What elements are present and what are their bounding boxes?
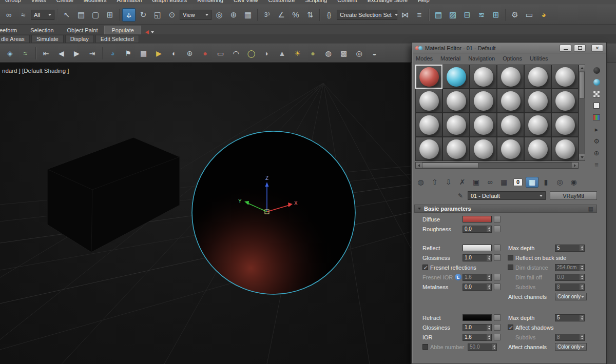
scroll-right-icon[interactable] <box>572 163 578 168</box>
refract-glossiness-map-button[interactable] <box>494 324 500 331</box>
angle-snap-icon[interactable]: ∠ <box>275 8 288 22</box>
menubar-item[interactable]: Views <box>26 0 51 5</box>
grid-helper-icon[interactable]: ▦ <box>137 47 150 60</box>
material-sample-slot[interactable] <box>497 89 524 113</box>
fresnel-ior-lock-button[interactable]: L <box>455 274 461 280</box>
material-sample-slot[interactable] <box>470 137 497 161</box>
material-sample-slot[interactable] <box>497 65 524 89</box>
reflect-glossiness-map-button[interactable] <box>494 254 500 261</box>
subdivs-reflect-spinner[interactable]: 8 <box>555 284 585 291</box>
ribbon-minimize-control[interactable] <box>141 30 158 34</box>
reflect-on-back-side-checkbox[interactable] <box>508 255 513 260</box>
roughness-map-button[interactable] <box>494 226 500 232</box>
select-by-material-icon[interactable]: ⊕ <box>591 149 602 157</box>
material-sample-slot[interactable] <box>470 113 497 137</box>
snaps-toggle-icon[interactable]: 3³ <box>260 8 274 22</box>
select-object-icon[interactable]: ↖ <box>60 8 73 22</box>
ies-light-icon[interactable]: ● <box>306 47 320 60</box>
percent-snap-icon[interactable]: % <box>289 8 302 22</box>
fresnel-ior-spinner[interactable]: 1.6 <box>463 274 492 281</box>
viewport-shading-label[interactable]: ndard ] [Default Shading ] <box>2 68 69 74</box>
align-icon[interactable]: ≡ <box>413 8 426 22</box>
reflect-color-swatch[interactable] <box>463 245 492 251</box>
reset-material-icon[interactable]: ✗ <box>456 177 469 188</box>
menubar-item[interactable]: Scripting <box>300 0 332 5</box>
spinner-arrows[interactable] <box>492 344 496 350</box>
target-helper-icon[interactable]: ◎ <box>352 47 366 60</box>
ribbon-panel-button[interactable]: dle Areas <box>0 35 30 43</box>
scroll-left-icon[interactable] <box>416 163 422 168</box>
metalness-spinner[interactable]: 0.0 <box>463 284 492 291</box>
diffuse-color-swatch[interactable] <box>463 216 492 223</box>
material-sample-slot[interactable] <box>524 137 551 161</box>
perspective-viewport[interactable]: ndard ] [Default Shading ] <box>0 63 411 364</box>
minimize-button[interactable] <box>560 45 571 52</box>
key-next-icon[interactable]: ▶ <box>70 47 84 60</box>
spinner-arrows[interactable] <box>580 315 584 321</box>
material-map-navigator-icon[interactable]: ≡ <box>591 160 602 169</box>
ribbon-tab[interactable]: Object Paint <box>61 26 105 34</box>
menubar-item[interactable]: Help <box>413 0 435 5</box>
pick-material-eyedropper-icon[interactable]: ✎ <box>456 192 465 200</box>
close-button[interactable]: ✕ <box>591 45 603 52</box>
diffuse-map-button[interactable] <box>494 216 500 223</box>
make-copy-icon[interactable]: ▣ <box>470 177 483 188</box>
flag-icon[interactable]: ⚑ <box>121 47 135 60</box>
select-and-link-icon[interactable]: ∞ <box>2 8 15 22</box>
assign-to-selection-icon[interactable]: ⇩ <box>442 177 455 188</box>
named-selection-set-combo[interactable]: Create Selection Set <box>337 10 397 20</box>
material-type-button[interactable]: VRayMtl <box>550 191 597 200</box>
checker-map-icon[interactable]: ▩ <box>337 47 351 60</box>
spinner-arrows[interactable] <box>487 334 491 340</box>
affect-channels-reflect-dropdown[interactable]: Color only <box>555 293 587 300</box>
spinner-arrows[interactable] <box>580 274 584 280</box>
key-first-icon[interactable]: ⇤ <box>39 47 53 60</box>
refract-color-swatch[interactable] <box>463 314 492 321</box>
spinner-arrows[interactable] <box>487 325 491 331</box>
material-sample-slot[interactable] <box>415 113 442 137</box>
menubar-item[interactable]: Create <box>51 0 79 5</box>
render-production-icon[interactable]: ◕ <box>537 8 550 22</box>
fresnel-reflections-checkbox[interactable]: ✓ <box>422 265 428 270</box>
basic-parameters-rollout-header[interactable]: Basic parameters ▦ <box>414 205 597 213</box>
material-sample-slot[interactable] <box>470 89 497 113</box>
abbe-number-spinner[interactable]: 50.0 <box>468 343 497 351</box>
window-crossing-toggle-icon[interactable]: ⊞ <box>103 8 117 22</box>
menubar-item[interactable]: Animation <box>111 0 147 5</box>
menubar-item[interactable]: Civil View <box>228 0 263 5</box>
ribbon-tab[interactable]: Populate <box>104 26 141 34</box>
sample-type-icon[interactable] <box>591 66 602 74</box>
material-sample-slot[interactable] <box>415 89 442 113</box>
selection-filter-dropdown[interactable]: All <box>31 10 54 20</box>
reflect-map-button[interactable] <box>494 245 500 251</box>
bind-to-space-warp-icon[interactable]: ≈ <box>16 8 30 22</box>
rendered-frame-icon[interactable]: ▭ <box>523 8 536 22</box>
generate-preview-icon[interactable]: ▸ <box>591 125 602 133</box>
material-sample-slot[interactable] <box>415 65 442 89</box>
scroll-down-icon[interactable] <box>579 154 585 160</box>
keyboard-override-icon[interactable]: ▦ <box>241 8 255 22</box>
abbe-number-checkbox[interactable] <box>422 344 428 350</box>
select-and-rotate-icon[interactable]: ↻ <box>137 8 150 22</box>
spinner-arrows[interactable] <box>487 284 491 290</box>
dim-falloff-spinner[interactable]: 0.0 <box>555 274 585 281</box>
contrast-sphere-icon[interactable]: ◐ <box>167 47 181 60</box>
spinner-arrows[interactable] <box>580 334 584 340</box>
ribbon-toggle-icon[interactable]: ▨ <box>446 8 459 22</box>
material-sample-slot[interactable] <box>524 113 551 137</box>
video-color-check-icon[interactable] <box>591 113 602 122</box>
select-and-manipulate-icon[interactable]: ⊕ <box>227 8 240 22</box>
slots-horizontal-scrollbar[interactable] <box>415 162 579 169</box>
reference-coordinate-dropdown[interactable]: View <box>180 10 211 20</box>
refract-map-button[interactable] <box>494 314 500 321</box>
sample-uv-tiling-icon[interactable] <box>591 102 602 110</box>
select-and-place-icon[interactable]: ⊙ <box>165 8 179 22</box>
menubar-item[interactable]: Exchange Store <box>362 0 413 5</box>
freeform-tool-icon[interactable]: ◈ <box>3 47 17 60</box>
maximize-button[interactable] <box>574 45 586 52</box>
sun-light-icon[interactable]: ☀ <box>291 47 304 60</box>
scrollbar-thumb[interactable] <box>422 163 478 168</box>
material-sample-slot[interactable] <box>524 65 551 89</box>
menubar-item[interactable]: Modifiers <box>79 0 112 5</box>
refract-glossiness-spinner[interactable]: 1.0 <box>463 324 492 331</box>
